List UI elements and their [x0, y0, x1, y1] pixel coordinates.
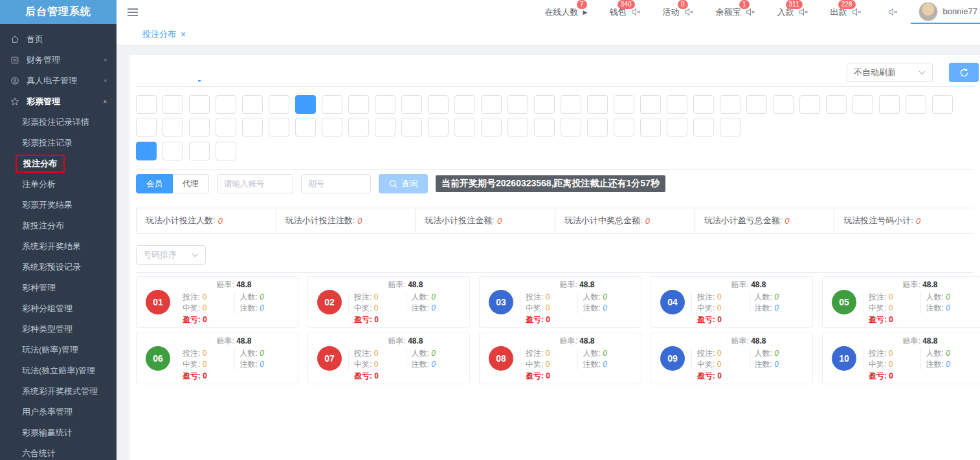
speaker-mute-icon[interactable]	[746, 8, 755, 16]
lottery-game-button[interactable]	[693, 95, 714, 114]
speaker-mute-icon[interactable]	[888, 8, 898, 16]
lottery-game-button[interactable]	[216, 118, 236, 137]
lottery-game-button[interactable]	[826, 95, 847, 114]
hamburger-menu-icon[interactable]	[127, 8, 139, 17]
sidebar-subitem[interactable]: 彩票开奖结果	[0, 195, 117, 215]
lottery-game-button[interactable]	[242, 118, 263, 137]
lottery-game-button[interactable]	[587, 95, 608, 114]
game-tab[interactable]	[260, 67, 263, 82]
sidebar-item[interactable]: 彩票管理 ∧	[0, 91, 117, 112]
lottery-game-button[interactable]	[667, 118, 687, 137]
game-tab[interactable]	[219, 67, 221, 82]
sidebar-subitem[interactable]: 彩种类型管理	[0, 319, 117, 340]
sidebar-subitem[interactable]: 六合统计	[0, 443, 117, 460]
lottery-game-button[interactable]	[375, 118, 395, 137]
game-tab[interactable]	[239, 67, 242, 82]
lottery-game-button[interactable]	[428, 118, 449, 137]
lottery-game-button[interactable]	[481, 95, 502, 114]
lottery-game-button[interactable]	[136, 95, 157, 114]
sidebar-subitem[interactable]: 彩票投注记录	[0, 133, 117, 153]
header-stat[interactable]: 入款311	[777, 6, 808, 18]
lottery-game-button[interactable]	[136, 118, 157, 137]
sidebar-subitem[interactable]: 彩种管理	[0, 278, 117, 298]
lottery-game-button[interactable]	[322, 118, 342, 137]
query-button[interactable]: 查询	[379, 174, 428, 193]
lottery-game-button[interactable]	[852, 95, 873, 114]
sidebar-item[interactable]: 真人电子管理 ∨	[0, 71, 117, 91]
speaker-mute-icon[interactable]	[799, 8, 808, 16]
lottery-game-button[interactable]	[454, 95, 475, 114]
lottery-game-button[interactable]	[401, 95, 422, 114]
speaker-mute-icon[interactable]	[631, 8, 641, 16]
lottery-game-button[interactable]	[720, 95, 741, 114]
lottery-game-button[interactable]	[162, 118, 183, 137]
sidebar-subitem[interactable]: 投注分布	[0, 153, 117, 174]
refresh-button[interactable]	[949, 63, 979, 82]
lottery-game-button[interactable]	[879, 95, 900, 114]
lottery-game-button[interactable]	[667, 95, 687, 114]
lottery-game-button[interactable]	[428, 95, 449, 114]
lottery-game-button[interactable]	[322, 95, 342, 114]
lottery-game-button[interactable]	[189, 95, 210, 114]
speaker-mute-icon[interactable]	[852, 8, 862, 16]
lottery-game-button[interactable]	[507, 95, 528, 114]
lottery-game-button[interactable]	[640, 95, 661, 114]
lottery-game-button[interactable]	[799, 95, 820, 114]
header-stat[interactable]: 在线人数7 ▶	[545, 6, 588, 18]
play-type-button[interactable]	[189, 142, 210, 160]
account-input[interactable]	[217, 174, 293, 193]
lottery-game-button[interactable]	[242, 95, 263, 114]
play-type-button[interactable]	[136, 142, 157, 160]
sidebar-subitem[interactable]: 系统彩开奖模式管理	[0, 381, 117, 402]
lottery-game-button[interactable]	[162, 95, 183, 114]
lottery-game-button[interactable]	[348, 95, 369, 114]
header-stat[interactable]: 钱包340	[610, 6, 641, 18]
close-icon[interactable]: ×	[181, 30, 186, 39]
lottery-game-button[interactable]	[375, 95, 395, 114]
lottery-game-button[interactable]	[189, 118, 210, 137]
sidebar-subitem[interactable]: 系统彩开奖结果	[0, 236, 117, 257]
header-stat[interactable]: 活动0	[663, 6, 694, 18]
sidebar-subitem[interactable]: 系统彩预设记录	[0, 257, 117, 278]
lottery-game-button[interactable]	[640, 118, 661, 137]
lottery-game-button[interactable]	[932, 95, 953, 114]
lottery-game-button[interactable]	[614, 118, 634, 137]
lottery-game-button[interactable]	[693, 118, 714, 137]
auto-refresh-select[interactable]: 不自动刷新	[847, 63, 933, 82]
lottery-game-button[interactable]	[614, 95, 634, 114]
lottery-game-button[interactable]	[481, 118, 502, 137]
tab-betting-distribution[interactable]: 投注分布 ×	[142, 28, 186, 40]
lottery-game-button[interactable]	[401, 118, 422, 137]
lottery-game-button[interactable]	[746, 95, 767, 114]
agent-tab[interactable]: 代理	[173, 174, 209, 193]
lottery-game-button[interactable]	[534, 118, 555, 137]
header-stat[interactable]	[884, 8, 898, 16]
lottery-game-button[interactable]	[561, 118, 581, 137]
play-type-button[interactable]	[162, 142, 183, 160]
sidebar-subitem[interactable]: 新投注分布	[0, 215, 117, 236]
game-tab[interactable]	[136, 67, 139, 82]
sidebar-item[interactable]: 首页	[0, 29, 117, 50]
member-tab[interactable]: 会员	[136, 174, 173, 193]
sidebar-subitem[interactable]: 注单分析	[0, 174, 117, 195]
number-sort-select[interactable]: 号码排序	[136, 245, 206, 265]
lottery-game-button[interactable]	[269, 118, 289, 137]
lottery-game-button[interactable]	[348, 118, 369, 137]
lottery-game-button[interactable]	[773, 95, 794, 114]
lottery-game-button[interactable]	[587, 118, 608, 137]
game-tab[interactable]	[177, 67, 180, 82]
lottery-game-button[interactable]	[454, 118, 475, 137]
user-menu[interactable]: bonnie77	[911, 0, 980, 24]
sidebar-subitem[interactable]: 用户杀率管理	[0, 402, 117, 422]
game-tab[interactable]	[157, 67, 159, 82]
lottery-game-button[interactable]	[295, 95, 316, 114]
lottery-game-button[interactable]	[906, 95, 926, 114]
lottery-game-button[interactable]	[216, 95, 236, 114]
sidebar-subitem[interactable]: 玩法(赔率)管理	[0, 340, 117, 360]
lottery-game-button[interactable]	[295, 118, 316, 137]
sidebar-subitem[interactable]: 玩法(独立赔率)管理	[0, 360, 117, 381]
issue-input[interactable]	[301, 174, 371, 193]
sidebar-subitem[interactable]: 彩种分组管理	[0, 298, 117, 319]
lottery-game-button[interactable]	[720, 118, 741, 137]
header-stat[interactable]: 出款228	[830, 6, 862, 18]
